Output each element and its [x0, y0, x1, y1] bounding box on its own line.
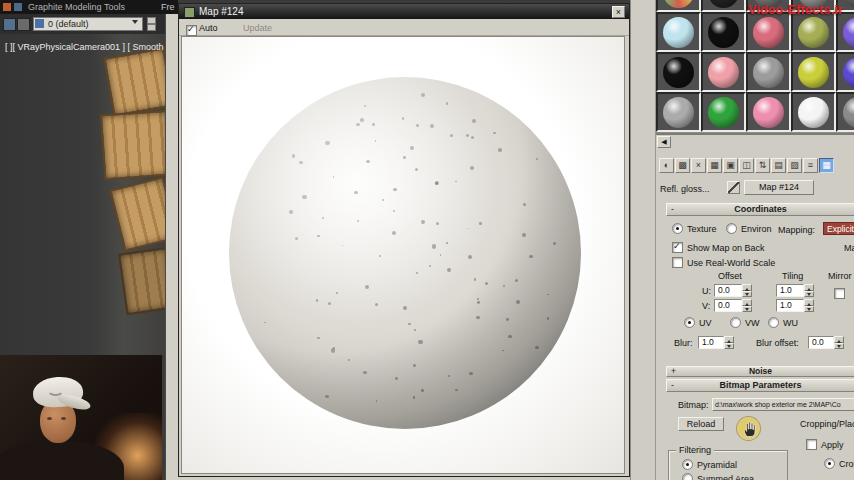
- material-slot[interactable]: [791, 52, 836, 92]
- material-slot[interactable]: [701, 92, 746, 132]
- map-selector-button[interactable]: Map #124: [744, 180, 814, 195]
- u-tiling-spinner[interactable]: [804, 284, 814, 297]
- material-slot[interactable]: [701, 12, 746, 52]
- speckle: [421, 389, 423, 391]
- v-tiling-field[interactable]: 1.0: [776, 299, 804, 312]
- viewport[interactable]: [0, 34, 165, 355]
- blur-offset-spinner[interactable]: [834, 336, 844, 349]
- material-slot[interactable]: [836, 52, 854, 92]
- speckle: [447, 268, 451, 272]
- vw-radio[interactable]: [730, 317, 741, 328]
- blur-field[interactable]: 1.0: [698, 336, 724, 349]
- material-navigator-icon[interactable]: ⇅: [755, 158, 770, 173]
- material-slot[interactable]: [656, 52, 701, 92]
- material-sphere: [708, 97, 739, 128]
- material-slot[interactable]: [746, 52, 791, 92]
- close-icon[interactable]: ×: [612, 6, 625, 18]
- update-button[interactable]: Update: [243, 23, 272, 33]
- material-slot[interactable]: [656, 0, 701, 12]
- u-mirror-checkbox[interactable]: [834, 288, 845, 299]
- bitmap-path-button[interactable]: d:\max\work shop exterior me 2\MAP\Co: [712, 398, 854, 411]
- sample-type-icon[interactable]: ◐: [659, 158, 674, 173]
- rollout-noise[interactable]: + Noise: [666, 366, 854, 377]
- speckle: [468, 255, 472, 259]
- blur-offset-field[interactable]: 0.0: [808, 336, 834, 349]
- material-slot[interactable]: [791, 92, 836, 132]
- material-slot[interactable]: [656, 12, 701, 52]
- material-menu-icon[interactable]: ≡: [803, 158, 818, 173]
- u-offset-field[interactable]: 0.0: [714, 284, 742, 297]
- speckle: [430, 124, 434, 128]
- crop-radio[interactable]: [824, 458, 835, 469]
- speckle: [503, 285, 506, 288]
- v-tiling-spinner[interactable]: [804, 299, 814, 312]
- material-slot[interactable]: [746, 12, 791, 52]
- uv-radio[interactable]: [684, 317, 695, 328]
- speckle: [515, 279, 519, 283]
- move-icon[interactable]: [17, 18, 30, 31]
- show-map-in-viewport-icon[interactable]: ▦: [819, 158, 834, 173]
- speckle: [522, 233, 526, 237]
- window-titlebar[interactable]: Map #124 ×: [179, 4, 629, 19]
- texture-radio[interactable]: [672, 223, 683, 234]
- mirror-column-header: Mirror: [828, 271, 852, 281]
- select-icon[interactable]: [3, 18, 16, 31]
- mapping-dropdown[interactable]: Explicit Map Channel: [823, 222, 854, 235]
- dropdown-arrow-icon[interactable]: [132, 20, 138, 27]
- material-slot[interactable]: [746, 92, 791, 132]
- material-slot[interactable]: [701, 52, 746, 92]
- speckle: [336, 292, 338, 294]
- real-world-scale-option: Use Real-World Scale: [672, 257, 775, 268]
- u-offset-spinner[interactable]: [742, 284, 752, 297]
- sample-uv-tiling-icon[interactable]: ▨: [787, 158, 802, 173]
- speckle: [395, 377, 398, 380]
- apply-checkbox[interactable]: [806, 439, 817, 450]
- use-real-world-scale-label: Use Real-World Scale: [687, 258, 775, 268]
- speckle: [477, 298, 479, 300]
- speckle: [342, 245, 344, 247]
- speckle: [402, 117, 405, 120]
- tab-freeform[interactable]: Fre: [161, 0, 175, 14]
- show-map-on-back-checkbox[interactable]: [672, 242, 683, 253]
- material-sphere: [663, 97, 694, 128]
- reload-button[interactable]: Reload: [678, 417, 724, 431]
- background-icon[interactable]: ▦: [707, 158, 722, 173]
- material-slot[interactable]: [836, 12, 854, 52]
- material-slot[interactable]: [701, 0, 746, 12]
- rollout-bitmap-parameters[interactable]: - Bitmap Parameters: [666, 379, 854, 392]
- speckle: [316, 299, 319, 302]
- named-selection-dropdown[interactable]: 0 (default): [33, 17, 143, 31]
- speckle: [363, 371, 367, 375]
- slot-scroll-left-button[interactable]: ◀: [657, 136, 671, 148]
- speckle: [403, 306, 407, 310]
- material-slot[interactable]: [791, 12, 836, 52]
- spin-up-icon[interactable]: [147, 17, 156, 24]
- pick-map-icon[interactable]: [727, 181, 740, 194]
- v-offset-spinner[interactable]: [742, 299, 752, 312]
- speckle: [421, 93, 425, 97]
- spin-down-icon[interactable]: [147, 24, 156, 31]
- options-icon[interactable]: ▣: [723, 158, 738, 173]
- use-real-world-scale-checkbox[interactable]: [672, 257, 683, 268]
- wu-radio[interactable]: [768, 317, 779, 328]
- backlight-icon[interactable]: ▩: [675, 158, 690, 173]
- rollout-coordinates[interactable]: - Coordinates: [666, 203, 854, 216]
- summed-area-radio[interactable]: [682, 473, 693, 480]
- vw-option: VW: [730, 317, 760, 328]
- u-tiling-field[interactable]: 1.0: [776, 284, 804, 297]
- select-by-material-icon[interactable]: ◫: [739, 158, 754, 173]
- auto-checkbox[interactable]: [186, 25, 197, 36]
- pyramidal-option: Pyramidal: [682, 459, 737, 470]
- environ-radio[interactable]: [726, 223, 737, 234]
- material-slot[interactable]: [836, 92, 854, 132]
- speckle: [375, 303, 378, 306]
- speckle: [476, 316, 480, 320]
- blur-spinner[interactable]: [724, 336, 734, 349]
- viewport-label[interactable]: [ ][ VRayPhysicalCamera001 ] [ Smooth: [5, 42, 177, 52]
- material-slot[interactable]: [656, 92, 701, 132]
- delete-map-icon[interactable]: ×: [691, 158, 706, 173]
- make-preview-icon[interactable]: ▤: [771, 158, 786, 173]
- v-offset-field[interactable]: 0.0: [714, 299, 742, 312]
- pyramidal-radio[interactable]: [682, 459, 693, 470]
- material-sphere: [798, 97, 829, 128]
